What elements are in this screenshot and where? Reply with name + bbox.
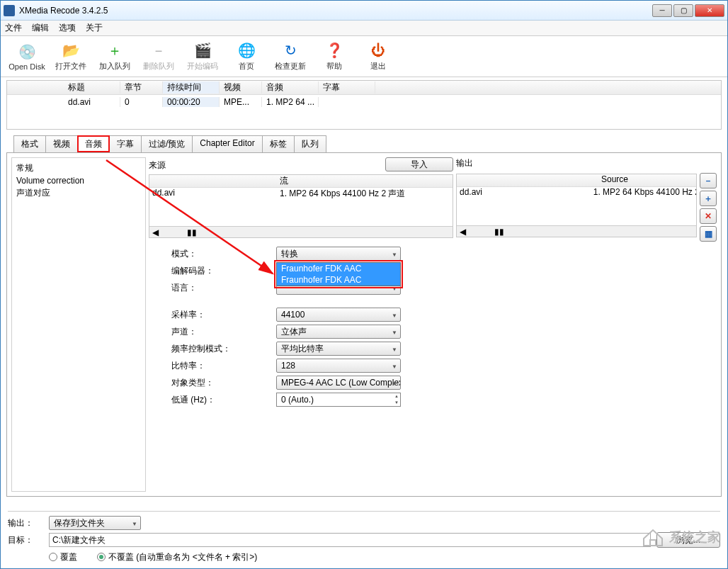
- object-label: 对象类型：: [171, 377, 276, 389]
- output-label: 输出: [456, 157, 697, 169]
- target-path-input[interactable]: C:\新建文件夹: [49, 533, 651, 547]
- app-icon: [4, 5, 15, 16]
- tab-bar: 格式 视频 音频 字幕 过滤/预览 Chapter Editor 标签 队列: [13, 135, 722, 152]
- col-duration[interactable]: 持续时间: [163, 81, 220, 94]
- close-button[interactable]: ✕: [695, 4, 724, 17]
- add-queue-button[interactable]: ＋加入队列: [93, 40, 137, 73]
- watermark: 系统之家: [641, 527, 720, 547]
- start-encode-button: 🎬开始编码: [181, 40, 224, 73]
- remove-queue-button: －删除队列: [137, 40, 181, 73]
- folder-icon: 📂: [62, 41, 80, 60]
- footer: 输出： 保存到文件夹 目标： C:\新建文件夹 浏览... 覆盖 不覆盖 (自动…: [8, 508, 720, 565]
- col-stream[interactable]: 流: [277, 175, 291, 187]
- rate-mode-combo[interactable]: 平均比特率: [276, 342, 401, 356]
- no-overwrite-radio[interactable]: 不覆盖 (自动重命名为 <文件名 + 索引>): [97, 551, 257, 563]
- nav-general[interactable]: 常规: [16, 162, 141, 174]
- import-button[interactable]: 导入: [385, 157, 453, 171]
- help-icon: ❓: [325, 41, 343, 60]
- col-source[interactable]: Source: [598, 174, 631, 186]
- mode-combo[interactable]: 转换: [276, 247, 401, 261]
- tab-video[interactable]: 视频: [45, 135, 78, 152]
- tab-tag[interactable]: 标签: [262, 135, 295, 152]
- rate-mode-label: 频率控制模式：: [171, 343, 276, 355]
- nav-volume[interactable]: Volume correction: [16, 176, 141, 186]
- tab-panel: 常规 Volume correction 声道对应 来源 导入 流 dd.avi…: [6, 152, 722, 497]
- add-output-button[interactable]: ＋: [700, 191, 717, 206]
- minus-icon: －: [149, 41, 168, 60]
- source-list[interactable]: 流 dd.avi1. MP2 64 Kbps 44100 Hz 2 声道 ◀▮▮: [149, 174, 453, 238]
- tab-chapter[interactable]: Chapter Editor: [192, 135, 262, 152]
- minimize-button[interactable]: ─: [652, 4, 672, 17]
- channel-combo[interactable]: 立体声: [276, 325, 401, 339]
- codec-dropdown[interactable]: Fraunhofer FDK AAC Fraunhofer FDK AAC: [276, 262, 401, 286]
- disk-icon: 💿: [18, 43, 36, 61]
- source-label: 来源: [149, 159, 385, 171]
- plus-icon: ＋: [106, 41, 124, 60]
- power-icon: ⏻: [369, 41, 387, 60]
- bitrate-combo[interactable]: 128: [276, 359, 401, 373]
- toolbar: 💿Open Disk 📂打开文件 ＋加入队列 －删除队列 🎬开始编码 🌐首页 ↻…: [1, 36, 727, 77]
- menu-options[interactable]: 选项: [59, 22, 76, 34]
- remove-output-button[interactable]: －: [700, 173, 717, 188]
- col-chapter[interactable]: 章节: [120, 81, 163, 94]
- codec-option-selected[interactable]: Fraunhofer FDK AAC: [277, 263, 400, 274]
- titlebar: XMedia Recode 3.4.2.5 ─ ▢ ✕: [1, 1, 727, 21]
- grid-output-button[interactable]: ▦: [700, 226, 717, 242]
- left-nav: 常规 Volume correction 声道对应: [11, 157, 146, 492]
- audio-form: 模式：转换 编解码器：Fraunhofer FDK AAC 语言： 采样率：44…: [171, 245, 714, 408]
- window-title: XMedia Recode 3.4.2.5: [19, 6, 652, 16]
- check-update-button[interactable]: ↻检查更新: [268, 40, 312, 73]
- samplerate-label: 采样率：: [171, 309, 276, 321]
- file-list[interactable]: 标题 章节 持续时间 视频 音频 字幕 dd.avi 0 00:00:20 MP…: [6, 80, 722, 130]
- globe-icon: 🌐: [237, 41, 256, 60]
- codec-label: 编解码器：: [171, 265, 276, 277]
- col-title[interactable]: 标题: [64, 81, 120, 94]
- clear-output-button[interactable]: ✕: [700, 208, 717, 224]
- tab-audio[interactable]: 音频: [77, 135, 110, 152]
- nav-channel[interactable]: 声道对应: [16, 187, 141, 199]
- scrollbar[interactable]: ◀▮▮: [149, 226, 453, 237]
- col-subtitle[interactable]: 字幕: [319, 81, 375, 94]
- exit-button[interactable]: ⏻退出: [356, 40, 400, 73]
- overwrite-radio[interactable]: 覆盖: [49, 551, 77, 563]
- menu-edit[interactable]: 编辑: [32, 22, 49, 34]
- object-combo[interactable]: MPEG-4 AAC LC (Low Complexity): [276, 376, 401, 390]
- menubar: 文件 编辑 选项 关于: [1, 21, 727, 36]
- bitrate-label: 比特率：: [171, 360, 276, 372]
- house-icon: [641, 527, 665, 547]
- app-window: XMedia Recode 3.4.2.5 ─ ▢ ✕ 文件 编辑 选项 关于 …: [0, 0, 728, 569]
- file-row[interactable]: dd.avi 0 00:00:20 MPE... 1. MP2 64 ...: [7, 95, 721, 109]
- scrollbar[interactable]: ◀▮▮: [457, 225, 696, 237]
- maximize-button[interactable]: ▢: [673, 4, 693, 17]
- col-audio[interactable]: 音频: [262, 81, 319, 94]
- encode-icon: 🎬: [193, 41, 212, 60]
- home-button[interactable]: 🌐首页: [224, 40, 268, 73]
- tab-subtitle[interactable]: 字幕: [109, 135, 142, 152]
- lowpass-label: 低通 (Hz)：: [171, 394, 276, 406]
- tab-format[interactable]: 格式: [13, 135, 46, 152]
- samplerate-combo[interactable]: 44100: [276, 308, 401, 322]
- codec-option[interactable]: Fraunhofer FDK AAC: [277, 274, 400, 286]
- col-video[interactable]: 视频: [220, 81, 262, 94]
- target-label: 目标：: [8, 534, 43, 546]
- lowpass-spinner[interactable]: 0 (Auto.): [276, 393, 401, 407]
- channel-label: 声道：: [171, 326, 276, 338]
- lang-label: 语言：: [171, 282, 276, 294]
- open-disk-button[interactable]: 💿Open Disk: [5, 41, 49, 72]
- tab-filter[interactable]: 过滤/预览: [141, 135, 193, 152]
- tab-queue[interactable]: 队列: [294, 135, 326, 152]
- open-file-button[interactable]: 📂打开文件: [49, 40, 93, 73]
- help-button[interactable]: ❓帮助: [312, 40, 356, 73]
- mode-label: 模式：: [171, 248, 276, 260]
- output-mode-combo[interactable]: 保存到文件夹: [49, 516, 141, 530]
- output-mode-label: 输出：: [8, 517, 43, 529]
- menu-file[interactable]: 文件: [5, 22, 22, 34]
- output-list[interactable]: Source dd.avi1. MP2 64 Kbps 44100 Hz 2 ◀…: [456, 174, 697, 237]
- menu-about[interactable]: 关于: [86, 22, 103, 34]
- refresh-icon: ↻: [281, 41, 300, 60]
